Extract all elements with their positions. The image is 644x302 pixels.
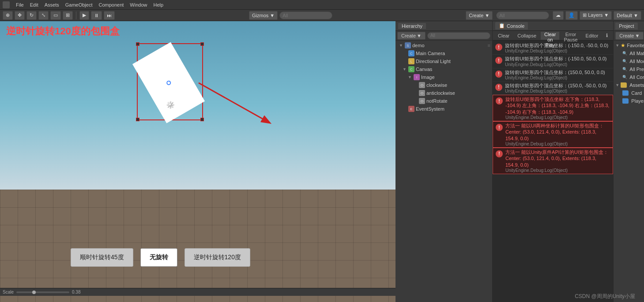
assets-item-allmaterials[interactable]: 🔍 All Materials [614, 49, 644, 57]
console-info-btn[interactable]: ℹ [603, 32, 611, 40]
hier-label-image: Image [421, 75, 435, 80]
log-entry-2[interactable]: ! 旋转前UI矩形四个顶点坐标：(150.0, 50.0, 0.0) Unity… [493, 68, 613, 82]
assets-layout: ▼ ★ Favorites 🔍 All Materials 🔍 All Mode… [614, 41, 644, 302]
console-editor-btn[interactable]: Editor [582, 32, 602, 40]
log-entry-4[interactable]: ! 旋转后UI矩形四个顶点坐标 左下角：(118.3, -104.9) 左上角：… [493, 95, 613, 121]
assets-item-favorites[interactable]: ▼ ★ Favorites [614, 41, 644, 49]
log-entry-6[interactable]: ! 方法一 能以Unity原件API计算的UI矩形包围盒：Center: (53… [493, 148, 613, 174]
hierarchy-item-image[interactable]: ▼ I Image [395, 73, 492, 81]
layout-button[interactable]: Default ▼ [614, 11, 641, 20]
canvas-icon: C [408, 66, 414, 72]
favorites-label: Favorites [627, 43, 644, 48]
log-sub-0: UnityEngine.Debug:Log(Object) [505, 48, 611, 53]
log-entry-1[interactable]: ! 旋转前UI矩形四个顶点坐标：(-150.0, 50.0, 0.0) Unit… [493, 55, 613, 68]
hier-menu-demo[interactable]: ≡ [488, 43, 490, 48]
gizmos-label: Gizmos [252, 13, 268, 18]
menu-file[interactable]: File [13, 2, 26, 7]
assets-item-allmodels[interactable]: 🔍 All Models [614, 57, 644, 65]
menu-component[interactable]: Component [96, 2, 126, 7]
hierarchy-tab[interactable]: Hierarchy [398, 23, 426, 29]
assets-toolbar: Create ▼ [614, 31, 644, 41]
hierarchy-create-btn[interactable]: Create ▼ [397, 32, 426, 40]
menu-help[interactable]: Help [151, 2, 166, 7]
scale-slider[interactable] [16, 291, 69, 293]
account-button[interactable]: 👤 [565, 11, 578, 20]
hierarchy-item-maincamera[interactable]: C Main Camera [395, 49, 492, 57]
gizmos-button[interactable]: Gizmos ▼ [249, 11, 278, 20]
hierarchy-item-evtsys[interactable]: E EventSystem [395, 105, 492, 113]
project-tab[interactable]: Project [615, 22, 637, 30]
menu-edit[interactable]: Edit [27, 2, 41, 7]
transform-tool[interactable]: ⊕ [3, 11, 13, 20]
hier-label-canvas: Canvas [416, 67, 432, 72]
console-tab[interactable]: 📋 Console [495, 22, 528, 30]
console-collapse-btn[interactable]: Collapse [514, 32, 540, 40]
console-clearonplay-btn[interactable]: Clear on Play [541, 32, 559, 40]
create-button-top[interactable]: Create ▼ [466, 11, 493, 20]
transform-all-tool[interactable]: ⊞ [63, 11, 73, 20]
search-icon-materials: 🔍 [622, 51, 627, 56]
hierarchy-item-dirlight[interactable]: L Directional Light [395, 57, 492, 65]
rotate-tool[interactable]: ↻ [26, 11, 37, 20]
corner-bl [136, 118, 139, 121]
hier-label-demo: demo [412, 43, 425, 48]
assets-item-card[interactable]: Card [614, 89, 644, 97]
assets-item-allconflict[interactable]: 🔍 All Conflict [614, 73, 644, 81]
menu-gameobject[interactable]: GameObject [63, 2, 95, 7]
log-icon-4: ! [496, 97, 503, 104]
move-icon: ✳ [166, 99, 174, 111]
allprefabs-label: All Prefabs [629, 67, 644, 72]
hierarchy-item-demo[interactable]: ▼ S demo ≡ [395, 41, 492, 49]
console-panel: 📋 Console Clear Collapse Clear on Play E… [493, 21, 613, 302]
menu-assets[interactable]: Assets [42, 2, 62, 7]
log-text-1: 旋转前UI矩形四个顶点坐标：(-150.0, 50.0, 0.0) [505, 56, 611, 62]
log-entry-5[interactable]: ! 方法一 能以UI两种坐标计算的UI矩形包围盒：Center: (53.0, … [493, 121, 613, 148]
collab-button[interactable]: ☁ [553, 11, 564, 20]
hierarchy-item-clockwise[interactable]: O clockwise [395, 81, 492, 89]
log-entry-3[interactable]: ! 旋转前UI矩形四个顶点坐标：(150.0, -50.0, 0.0) Unit… [493, 82, 613, 95]
hierarchy-item-canvas[interactable]: ▼ C Canvas [395, 65, 492, 73]
scene-panel[interactable]: 逆时针旋转120度的包围盒 ✳ [0, 21, 395, 302]
btn-counterclockwise-120[interactable]: 逆时针旋转120度 [185, 248, 250, 267]
playerpref-label: PlayerPref [631, 98, 644, 104]
play-button[interactable]: ▶ [79, 11, 89, 20]
bounding-box: ✳ [137, 43, 203, 120]
assets-item-allprefabs[interactable]: 🔍 All Prefabs [614, 65, 644, 73]
assets-item-playerpref[interactable]: PlayerPref [614, 97, 644, 105]
gizmos-arrow-icon: ▼ [270, 13, 275, 18]
corner-tr [200, 42, 204, 46]
console-errorpause-btn[interactable]: Error Pause [560, 32, 581, 40]
obj-icon-acw: O [419, 90, 425, 96]
assets-folder-label: Assets [629, 82, 644, 88]
assets-item-assets-folder[interactable]: ▼ Assets [614, 81, 644, 89]
btn-no-rotate[interactable]: 无旋转 [140, 248, 177, 267]
camera-icon: C [408, 50, 414, 56]
log-entry-0[interactable]: ! 旋转前UI矩形四个顶点坐标：(-150.0, -50.0, 0.0) Uni… [493, 41, 613, 55]
top-bar: File Edit Assets GameObject Component Wi… [0, 0, 644, 10]
btn-clockwise-45[interactable]: 顺时针旋转45度 [71, 248, 133, 267]
hier-arrow-canvas: ▼ [403, 67, 407, 71]
assets-create-btn[interactable]: Create ▼ [615, 32, 644, 40]
favorites-star-icon: ★ [621, 42, 625, 48]
top-search[interactable] [496, 11, 549, 19]
hierarchy-item-notrotate[interactable]: O notRotate [395, 97, 492, 105]
console-clear-btn[interactable]: Clear [494, 32, 513, 40]
layers-button[interactable]: ⊞ Layers ▼ [580, 11, 612, 20]
log-icon-0: ! [495, 44, 502, 51]
gizmos-search[interactable] [279, 11, 332, 19]
log-text-6: 方法一 能以Unity原件API计算的UI矩形包围盒：Center: (53.0… [505, 149, 611, 168]
console-header: 📋 Console [493, 21, 613, 31]
log-text-3: 旋转前UI矩形四个顶点坐标：(150.0, -50.0, 0.0) [505, 82, 611, 89]
move-tool[interactable]: ✥ [15, 11, 25, 20]
hier-label-anticlockwise: anticlockwise [426, 90, 455, 96]
scale-value: 0.38 [72, 290, 80, 295]
pause-button[interactable]: ⏸ [91, 11, 102, 20]
hierarchy-search[interactable] [427, 32, 490, 39]
favorites-arrow: ▼ [615, 43, 619, 48]
scale-thumb [32, 291, 36, 294]
menu-window[interactable]: Window [127, 2, 150, 7]
hierarchy-item-anticlockwise[interactable]: O anticlockwise [395, 89, 492, 97]
scale-tool[interactable]: ⤡ [38, 11, 49, 20]
step-button[interactable]: ⏭ [104, 11, 115, 20]
rect-tool[interactable]: ▭ [50, 11, 61, 20]
